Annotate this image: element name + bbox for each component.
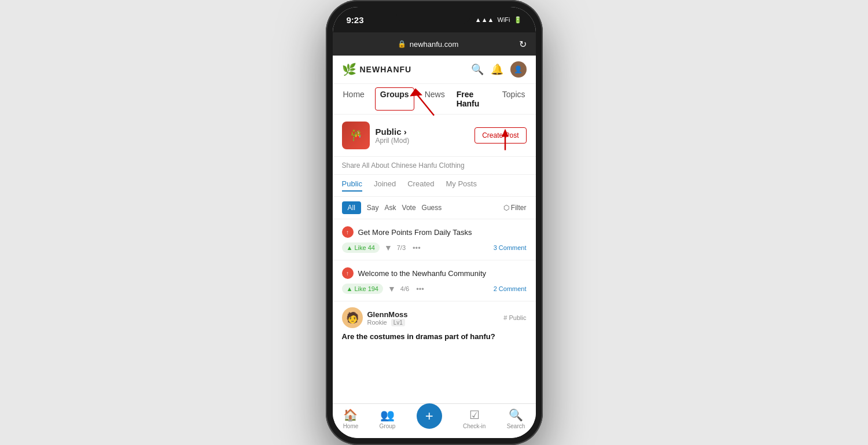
bottom-nav-search[interactable]: 🔍 Search [507, 408, 525, 429]
post-item-2: ↑ Welcome to the Newhanfu Community ▲ Li… [333, 260, 536, 301]
checkin-icon: ☑ [469, 408, 480, 422]
user-name[interactable]: GlennMoss [367, 310, 408, 319]
tab-public[interactable]: Public [342, 179, 362, 192]
user-post-text[interactable]: Are the costumes in dramas part of hanfu… [342, 332, 527, 342]
filter-say-button[interactable]: Say [367, 204, 379, 212]
wifi-icon: WiFi [498, 16, 510, 23]
user-badge: Rookie Lv1 [367, 319, 408, 326]
filter-guess-button[interactable]: Guess [422, 204, 442, 212]
checkin-label: Check-in [463, 423, 486, 429]
browser-bar: 🔒 newhanfu.com ↻ [333, 32, 536, 56]
user-post-item: 🧑 GlennMoss Rookie Lv1 # Public Are the … [333, 301, 536, 348]
post-actions-2: ▲ Like 194 ▼ 4/6 ••• 2 Comment [342, 284, 527, 294]
tab-my-posts[interactable]: My Posts [446, 179, 476, 192]
filter-vote-button[interactable]: Vote [402, 204, 416, 212]
post-icon-2: ↑ [342, 267, 354, 279]
search-label: Search [507, 423, 525, 429]
post-title-row-1: ↑ Get More Points From Daily Tasks [342, 226, 527, 238]
downvote-icon-1[interactable]: ▼ [384, 243, 392, 252]
browser-url[interactable]: newhanfu.com [410, 40, 459, 49]
like-badge-2[interactable]: ▲ Like 194 [342, 284, 383, 294]
search-icon[interactable]: 🔍 [471, 63, 484, 76]
app-content: 🌿 NEWHANFU 🔍 🔔 👤 Home Groups News Free H… [333, 56, 536, 438]
nav-news[interactable]: News [424, 87, 446, 111]
post-item-1: ↑ Get More Points From Daily Tasks ▲ Lik… [333, 219, 536, 260]
search-nav-icon: 🔍 [509, 408, 523, 422]
nav-free-hanfu[interactable]: Free Hanfu [455, 87, 492, 111]
group-image: 🎋 [342, 122, 370, 149]
downvote-icon-2[interactable]: ▼ [388, 284, 396, 293]
logo-text: NEWHANFU [360, 65, 412, 74]
status-time: 9:23 [347, 15, 364, 25]
plus-icon: + [425, 408, 433, 424]
thumbup-icon-2: ▲ [347, 285, 353, 292]
post-hashtag: # Public [503, 314, 526, 321]
create-post-button[interactable]: Create Post [475, 127, 526, 144]
group-name[interactable]: Public › [376, 127, 410, 137]
thumbup-icon: ▲ [347, 244, 353, 251]
filter-all-button[interactable]: All [342, 201, 361, 214]
group-label: Group [380, 423, 396, 429]
group-info: Public › April (Mod) [376, 127, 410, 145]
bottom-nav-plus-button[interactable]: + [417, 403, 442, 429]
vote-score-2: 4/6 [400, 285, 409, 292]
like-count-1: Like 44 [354, 244, 374, 251]
user-info: GlennMoss Rookie Lv1 [367, 310, 408, 326]
logo-area: 🌿 NEWHANFU [342, 62, 471, 76]
filter-label: Filter [511, 204, 527, 212]
tab-created[interactable]: Created [407, 179, 434, 192]
user-post-header: 🧑 GlennMoss Rookie Lv1 # Public [342, 307, 527, 328]
status-bar: 9:23 ▲▲▲ WiFi 🔋 [333, 7, 536, 32]
post-title-2[interactable]: Welcome to the Newhanfu Community [358, 269, 487, 278]
level-badge: Lv1 [391, 319, 405, 326]
avatar[interactable]: 👤 [510, 61, 527, 78]
group-icon: 👥 [380, 408, 395, 422]
bottom-nav-checkin[interactable]: ☑ Check-in [463, 408, 486, 429]
logo-icon: 🌿 [342, 62, 356, 76]
filter-funnel-icon: ⬡ [503, 204, 509, 212]
like-badge-1[interactable]: ▲ Like 44 [342, 242, 380, 253]
group-header: 🎋 Public › April (Mod) Create Post [333, 115, 536, 157]
app-nav: Home Groups News Free Hanfu Topics [333, 84, 536, 115]
post-title-1[interactable]: Get More Points From Daily Tasks [358, 228, 472, 237]
nav-home[interactable]: Home [342, 87, 366, 111]
nav-groups[interactable]: Groups [375, 87, 414, 111]
tab-joined[interactable]: Joined [374, 179, 396, 192]
post-icon-1: ↑ [342, 226, 354, 238]
status-icons: ▲▲▲ WiFi 🔋 [475, 16, 522, 24]
nav-topics[interactable]: Topics [501, 87, 527, 111]
group-mod: April (Mod) [376, 137, 410, 145]
more-dots-1[interactable]: ••• [413, 244, 421, 252]
bell-icon[interactable]: 🔔 [491, 63, 503, 76]
filter-icon-area[interactable]: ⬡ Filter [503, 204, 527, 212]
more-dots-2[interactable]: ••• [416, 285, 424, 293]
filter-ask-button[interactable]: Ask [385, 204, 396, 212]
bottom-nav: 🏠 Home 👥 Group + ☑ Check-in 🔍 Search [333, 403, 536, 438]
avatar-image: 👤 [514, 65, 523, 73]
user-avatar: 🧑 [342, 307, 363, 328]
filter-row: All Say Ask Vote Guess ⬡ Filter [333, 197, 536, 219]
lock-icon: 🔒 [398, 40, 406, 48]
home-label: Home [343, 423, 359, 429]
refresh-icon[interactable]: ↻ [519, 39, 527, 50]
bottom-nav-home[interactable]: 🏠 Home [343, 408, 359, 429]
group-image-content: 🎋 [350, 129, 362, 142]
home-icon: 🏠 [343, 408, 358, 422]
comment-link-1[interactable]: 3 Comment [494, 244, 527, 251]
user-avatar-image: 🧑 [346, 311, 359, 324]
app-header: 🌿 NEWHANFU 🔍 🔔 👤 [333, 56, 536, 84]
phone-frame: 9:23 ▲▲▲ WiFi 🔋 🔒 newhanfu.com ↻ 🌿 NEWHA [326, 0, 543, 445]
notch [396, 7, 472, 24]
phone-screen: 9:23 ▲▲▲ WiFi 🔋 🔒 newhanfu.com ↻ 🌿 NEWHA [333, 7, 536, 438]
like-count-2: Like 194 [354, 285, 378, 292]
vote-score-1: 7/3 [397, 244, 406, 251]
group-description: Share All About Chinese Hanfu Clothing [333, 157, 536, 175]
tabs-row: Public Joined Created My Posts [333, 175, 536, 197]
group-name-arrow: › [404, 127, 407, 137]
comment-link-2[interactable]: 2 Comment [494, 285, 527, 292]
signal-icon: ▲▲▲ [475, 16, 494, 23]
battery-icon: 🔋 [514, 16, 522, 24]
post-actions-1: ▲ Like 44 ▼ 7/3 ••• 3 Comment [342, 242, 527, 253]
bottom-nav-group[interactable]: 👥 Group [380, 408, 396, 429]
post-title-row-2: ↑ Welcome to the Newhanfu Community [342, 267, 527, 279]
